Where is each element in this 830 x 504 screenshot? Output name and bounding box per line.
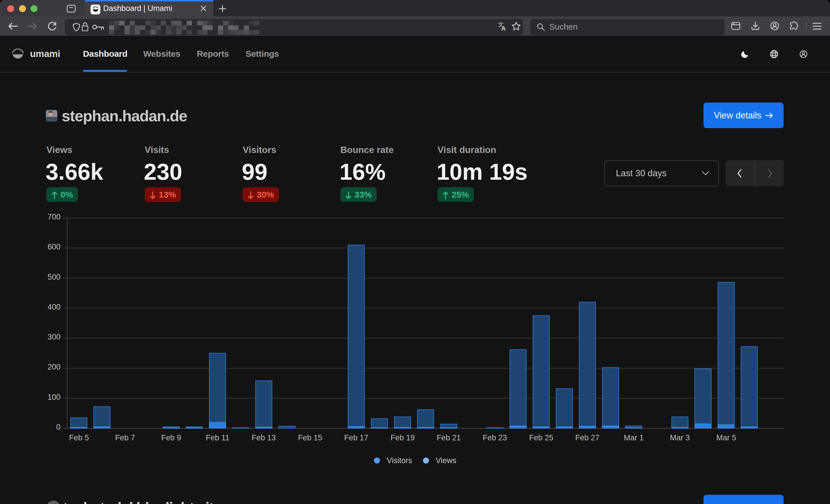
svg-text:Mar 3: Mar 3	[670, 433, 690, 442]
svg-text:Feb 21: Feb 21	[437, 433, 461, 442]
svg-text:200: 200	[47, 363, 61, 371]
svg-text:100: 100	[47, 393, 61, 401]
svg-text:Feb 9: Feb 9	[161, 433, 181, 442]
svg-text:Mar 5: Mar 5	[716, 433, 736, 442]
svg-text:500: 500	[47, 273, 61, 281]
svg-text:Feb 17: Feb 17	[344, 433, 368, 442]
svg-text:0: 0	[56, 423, 61, 431]
svg-text:700: 700	[47, 213, 61, 221]
svg-text:Feb 19: Feb 19	[390, 433, 415, 442]
svg-text:Feb 7: Feb 7	[115, 433, 135, 442]
svg-text:Feb 5: Feb 5	[69, 433, 89, 442]
svg-text:300: 300	[47, 333, 61, 341]
svg-text:Mar 1: Mar 1	[624, 433, 643, 442]
svg-text:Feb 23: Feb 23	[483, 433, 507, 442]
svg-text:Feb 13: Feb 13	[252, 433, 276, 442]
svg-text:A: A	[501, 25, 506, 32]
svg-text:600: 600	[47, 242, 61, 251]
svg-text:Views: Views	[436, 456, 456, 465]
svg-text:Visitors: Visitors	[387, 456, 412, 465]
svg-text:400: 400	[47, 303, 61, 311]
svg-text:Feb 11: Feb 11	[206, 433, 229, 442]
svg-text:Feb 25: Feb 25	[529, 433, 553, 442]
svg-text:Feb 15: Feb 15	[298, 433, 322, 442]
svg-text:Feb 27: Feb 27	[575, 433, 600, 442]
